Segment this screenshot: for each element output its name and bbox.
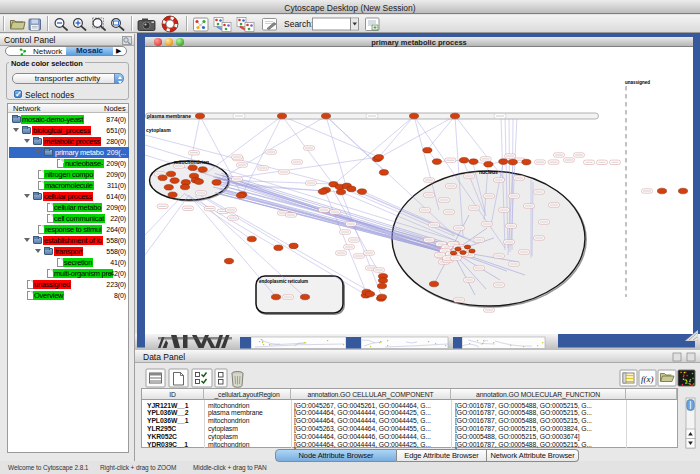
svg-text:nucleus: nucleus xyxy=(479,169,498,175)
svg-text:Search:: Search: xyxy=(284,19,313,29)
svg-text:f(x): f(x) xyxy=(641,374,654,384)
svg-text:cytoplasm: cytoplasm xyxy=(146,127,171,133)
svg-text:unassigned: unassigned xyxy=(625,80,650,85)
svg-text:mitochondrion: mitochondrion xyxy=(174,159,209,165)
svg-text:plasma membrane: plasma membrane xyxy=(147,113,191,119)
svg-text:endoplasmic reticulum: endoplasmic reticulum xyxy=(259,279,308,284)
